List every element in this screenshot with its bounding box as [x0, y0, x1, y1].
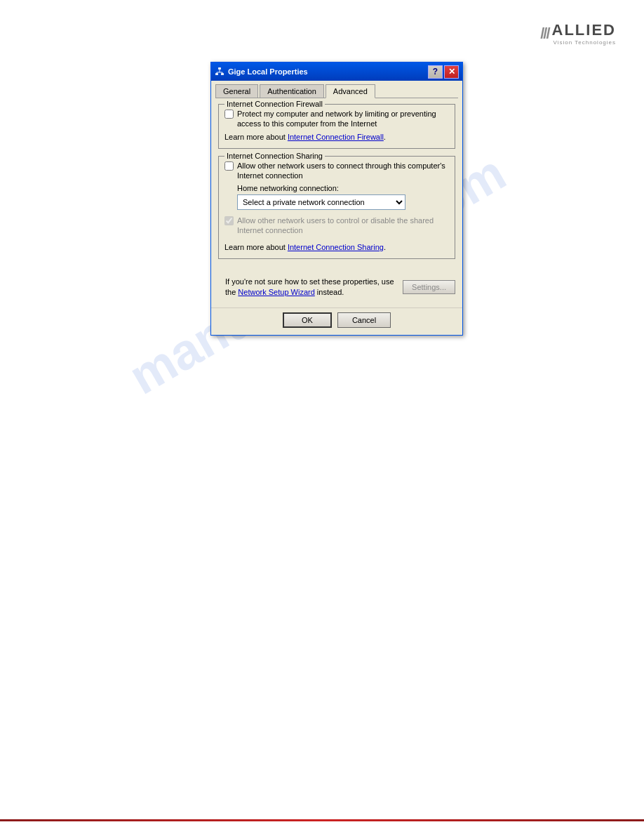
sharing-group-label: Internet Connection Sharing — [224, 152, 325, 160]
tabs-container: General Authentication Advanced — [211, 81, 462, 98]
bottom-text: If you're not sure how to set these prop… — [218, 273, 401, 302]
network-select[interactable]: Select a private network connection — [237, 194, 405, 210]
sharing-learn-more: Learn more about Internet Connection Sha… — [224, 243, 449, 251]
ok-cancel-row: OK Cancel — [211, 307, 462, 335]
tab-authentication[interactable]: Authentication — [260, 84, 324, 98]
help-button[interactable]: ? — [428, 65, 443, 79]
control-checkbox-label: Allow other network users to control or … — [237, 216, 449, 236]
firewall-group-label: Internet Connection Firewall — [224, 100, 325, 108]
firewall-checkbox[interactable] — [224, 110, 234, 119]
logo-allied: ALLIED — [552, 21, 616, 39]
sharing-learn-suffix: . — [384, 243, 386, 251]
bottom-buttons-row: If you're not sure how to set these prop… — [211, 273, 462, 307]
sharing-checkbox[interactable] — [224, 161, 234, 171]
logo-slashes: /// — [540, 25, 549, 43]
home-network-label: Home networking connection: — [237, 184, 449, 192]
control-checkbox[interactable] — [224, 216, 234, 225]
tab-general[interactable]: General — [215, 84, 258, 98]
title-bar: Gige Local Properties ? ✕ — [211, 62, 462, 81]
bottom-border — [0, 819, 644, 821]
settings-button[interactable]: Settings... — [403, 280, 455, 294]
sharing-group: Internet Connection Sharing Allow other … — [218, 156, 455, 259]
network-wizard-link[interactable]: Network Setup Wizard — [238, 288, 314, 296]
title-bar-left: Gige Local Properties — [215, 67, 308, 77]
sharing-learn-link[interactable]: Internet Connection Sharing — [288, 243, 384, 251]
tab-advanced[interactable]: Advanced — [326, 84, 375, 98]
disabled-checkbox-row: Allow other network users to control or … — [224, 216, 449, 236]
firewall-learn-more: Learn more about Internet Connection Fir… — [224, 133, 449, 141]
network-icon — [215, 67, 224, 77]
firewall-checkbox-row: Protect my computer and network by limit… — [224, 109, 449, 129]
title-buttons: ? ✕ — [428, 65, 459, 79]
logo-vision: Vision Technologies — [552, 39, 616, 46]
firewall-group: Internet Connection Firewall Protect my … — [218, 104, 455, 149]
firewall-learn-link[interactable]: Internet Connection Firewall — [288, 133, 384, 141]
dialog-content: Internet Connection Firewall Protect my … — [211, 98, 462, 273]
svg-rect-1 — [215, 73, 218, 75]
sharing-learn-prefix: Learn more about — [224, 243, 288, 251]
cancel-button[interactable]: Cancel — [337, 312, 391, 328]
firewall-checkbox-label: Protect my computer and network by limit… — [237, 109, 449, 129]
dialog-window: Gige Local Properties ? ✕ General Authen… — [210, 62, 463, 336]
network-select-wrapper: Select a private network connection — [237, 194, 449, 210]
sharing-checkbox-label: Allow other network users to connect thr… — [237, 161, 449, 181]
logo: /// ALLIED Vision Technologies — [540, 21, 616, 46]
bottom-text-suffix: instead. — [315, 288, 344, 296]
sharing-checkbox-row: Allow other network users to connect thr… — [224, 161, 449, 181]
svg-rect-0 — [218, 67, 221, 70]
firewall-learn-prefix: Learn more about — [224, 133, 288, 141]
close-button[interactable]: ✕ — [444, 65, 459, 79]
ok-button[interactable]: OK — [283, 312, 332, 328]
svg-rect-2 — [221, 73, 224, 75]
firewall-learn-suffix: . — [384, 133, 386, 141]
dialog-title: Gige Local Properties — [228, 67, 308, 76]
